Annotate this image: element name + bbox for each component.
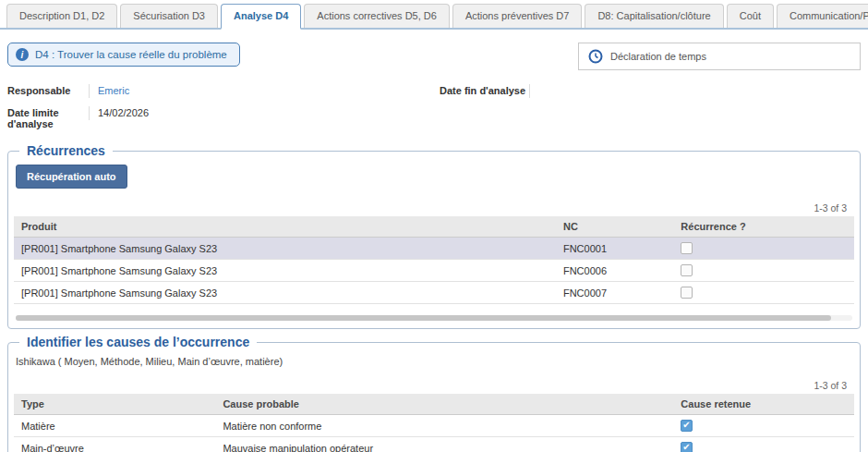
time-declaration-button[interactable]: Déclaration de temps bbox=[578, 43, 861, 70]
info-icon: i bbox=[16, 48, 29, 61]
produit-cell: [PR001] Smartphone Samsung Galaxy S23 bbox=[14, 282, 556, 304]
tab-description-d1-d2[interactable]: Description D1, D2 bbox=[6, 4, 117, 28]
table-row[interactable]: Matière Matière non conforme bbox=[14, 415, 854, 437]
tab-analyse-d4[interactable]: Analyse D4 bbox=[221, 4, 301, 30]
d4-banner-label: D4 : Trouver la cause réelle du problème bbox=[35, 49, 227, 60]
cause-retenue-checkbox[interactable] bbox=[681, 442, 693, 452]
date-fin-analyse-value bbox=[529, 84, 640, 98]
tab-cout[interactable]: Coût bbox=[727, 4, 774, 28]
cause-cell: Matière non conforme bbox=[215, 415, 673, 437]
table-row[interactable]: [PR001] Smartphone Samsung Galaxy S23 FN… bbox=[14, 238, 854, 260]
recurrences-section: Récurrences Récupération auto 1-3 of 3 P… bbox=[7, 143, 861, 329]
recuperation-auto-button[interactable]: Récupération auto bbox=[16, 165, 127, 189]
tab-actions-preventives-d7[interactable]: Actions préventives D7 bbox=[452, 4, 583, 28]
column-header-type[interactable]: Type bbox=[14, 394, 215, 415]
produit-cell: [PR001] Smartphone Samsung Galaxy S23 bbox=[14, 260, 556, 282]
causes-section-title: Identifier les causes de l’occurrence bbox=[19, 335, 257, 349]
horizontal-scrollbar[interactable] bbox=[16, 315, 852, 321]
table-row[interactable]: [PR001] Smartphone Samsung Galaxy S23 FN… bbox=[14, 260, 854, 282]
cause-retenue-checkbox[interactable] bbox=[681, 420, 693, 432]
column-header-produit[interactable]: Produit bbox=[14, 216, 556, 238]
causes-section: Identifier les causes de l’occurrence Is… bbox=[7, 335, 861, 452]
column-header-cause-probable[interactable]: Cause probable bbox=[215, 394, 673, 415]
column-header-recurrence[interactable]: Récurrence ? bbox=[673, 216, 854, 238]
column-header-cause-retenue[interactable]: Cause retenue bbox=[673, 394, 854, 415]
recurrence-checkbox[interactable] bbox=[681, 264, 693, 276]
tab-communication-pieces-jointes[interactable]: Communication/Pièces jointes bbox=[777, 4, 868, 28]
table-row[interactable]: Main-d’œuvre Mauvaise manipulation opéra… bbox=[14, 437, 854, 452]
type-cell: Matière bbox=[14, 415, 215, 437]
responsable-label: Responsable bbox=[7, 84, 89, 96]
analysis-fields: Responsable Emeric Date limite d'analyse… bbox=[7, 84, 861, 138]
d4-info-banner: i D4 : Trouver la cause réelle du problè… bbox=[7, 43, 240, 67]
produit-cell: [PR001] Smartphone Samsung Galaxy S23 bbox=[14, 238, 556, 260]
recurrence-checkbox[interactable] bbox=[681, 242, 693, 254]
scrollbar-thumb[interactable] bbox=[16, 315, 831, 321]
column-header-nc[interactable]: NC bbox=[556, 216, 673, 238]
table-row[interactable]: [PR001] Smartphone Samsung Galaxy S23 FN… bbox=[14, 282, 854, 304]
tab-d8-capitalisation-cloture[interactable]: D8: Capitalisation/clôture bbox=[585, 4, 723, 28]
causes-table: Type Cause probable Cause retenue Matièr… bbox=[14, 394, 854, 452]
tab-bar: Description D1, D2 Sécurisation D3 Analy… bbox=[0, 0, 868, 30]
nc-cell: FNC0006 bbox=[556, 260, 673, 282]
responsable-value-link[interactable]: Emeric bbox=[98, 85, 129, 96]
date-limite-analyse-value: 14/02/2026 bbox=[89, 106, 199, 120]
recurrences-section-title: Récurrences bbox=[19, 143, 113, 158]
nc-cell: FNC0007 bbox=[556, 282, 673, 304]
clock-icon bbox=[588, 49, 603, 64]
recurrence-checkbox[interactable] bbox=[681, 287, 693, 299]
time-declaration-label: Déclaration de temps bbox=[610, 51, 706, 62]
header-row: i D4 : Trouver la cause réelle du problè… bbox=[7, 43, 861, 70]
tab-actions-correctives-d5-d6[interactable]: Actions correctives D5, D6 bbox=[304, 4, 450, 28]
type-cell: Main-d’œuvre bbox=[14, 437, 215, 452]
nc-cell: FNC0001 bbox=[556, 238, 673, 260]
recurrences-pagination: 1-3 of 3 bbox=[14, 201, 854, 216]
date-fin-analyse-label: Date fin d'analyse bbox=[440, 84, 529, 96]
ishikawa-subtitle: Ishikawa ( Moyen, Méthode, Milieu, Main … bbox=[16, 356, 854, 367]
tab-securisation-d3[interactable]: Sécurisation D3 bbox=[120, 4, 218, 28]
cause-cell: Mauvaise manipulation opérateur bbox=[215, 437, 673, 452]
recurrences-table: Produit NC Récurrence ? [PR001] Smartpho… bbox=[14, 216, 854, 304]
date-limite-analyse-label: Date limite d'analyse bbox=[7, 106, 89, 129]
causes-pagination: 1-3 of 3 bbox=[14, 378, 854, 394]
